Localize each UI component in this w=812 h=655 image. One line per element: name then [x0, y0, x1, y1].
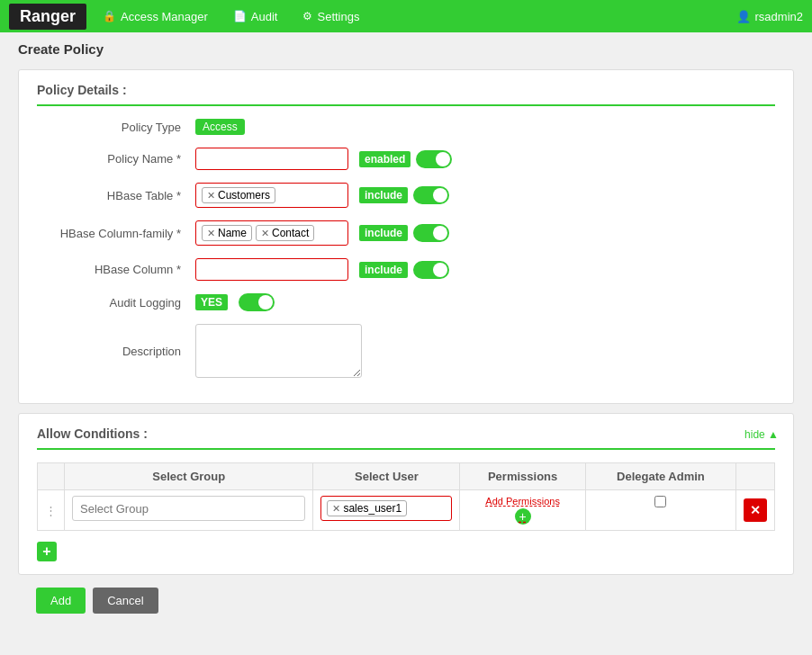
hbase-table-row: HBase Table * ✕ Customers include [37, 183, 775, 208]
col-delete [736, 463, 775, 490]
add-button[interactable]: Add [36, 588, 86, 614]
table-row: ⋮ ✕ sales_user1 [38, 490, 775, 531]
enabled-toggle-label: enabled [359, 151, 411, 167]
hbase-table-toggle[interactable] [413, 186, 449, 204]
add-permissions-label: Add Permissions [485, 496, 560, 507]
hide-button[interactable]: hide ▲ [744, 428, 779, 441]
policy-name-row: Policy Name * sales_customers_name_conta… [37, 148, 775, 170]
hbase-column-family-label: HBase Column-family * [37, 227, 181, 240]
col-permissions: Permissions [460, 463, 585, 490]
enabled-toggle-wrap: enabled [359, 150, 452, 168]
nav-settings-label: Settings [317, 10, 359, 23]
audit-icon: 📄 [233, 10, 247, 22]
nav-audit[interactable]: 📄 Audit [221, 4, 291, 29]
hbase-col-fam-remove-name[interactable]: ✕ [207, 228, 215, 239]
page-content: Create Policy Policy Details : Policy Ty… [0, 32, 812, 635]
hbase-table-tag: ✕ Customers [202, 187, 275, 203]
row-permissions-cell[interactable]: Add Permissions + [460, 490, 585, 531]
col-select-group: Select Group [65, 463, 313, 490]
policy-name-label: Policy Name * [37, 152, 181, 166]
settings-icon: ⚙ [302, 10, 312, 22]
policy-type-badge: Access [195, 119, 245, 135]
hbase-column-label: HBase Column * [37, 263, 181, 276]
delete-row-button[interactable]: ✕ [744, 498, 767, 522]
hbase-col-fam-remove-contact[interactable]: ✕ [261, 228, 269, 239]
nav-access-manager-label: Access Manager [121, 10, 208, 23]
audit-logging-toggle[interactable] [239, 293, 275, 311]
policy-type-row: Policy Type Access [37, 119, 775, 135]
user-tag: ✕ sales_user1 [327, 500, 407, 516]
nav-settings[interactable]: ⚙ Settings [290, 4, 372, 29]
hbase-col-fam-name-value: Name [218, 227, 247, 239]
col-delegate-admin: Delegate Admin [585, 463, 735, 490]
hbase-table-input[interactable]: ✕ Customers [195, 183, 348, 208]
hbase-column-family-input[interactable]: ✕ Name ✕ Contact [195, 220, 348, 246]
description-control [195, 324, 362, 378]
hbase-column-include-label: include [359, 262, 408, 278]
hbase-column-toggle-knob [433, 263, 447, 277]
hbase-col-fam-toggle[interactable] [413, 224, 449, 242]
row-user-cell[interactable]: ✕ sales_user1 [313, 490, 460, 531]
audit-logging-label: Audit Logging [37, 296, 181, 310]
row-handle: ⋮ [38, 490, 65, 531]
policy-name-control: sales_customers_name_contact enabled [195, 148, 452, 170]
hbase-column-family-tag-name: ✕ Name [202, 225, 252, 241]
audit-logging-row: Audit Logging YES [37, 293, 775, 311]
hbase-column-input[interactable]: * [195, 258, 348, 281]
delegate-admin-checkbox[interactable] [654, 496, 666, 507]
row-group-cell[interactable] [65, 490, 313, 531]
hbase-column-family-control: ✕ Name ✕ Contact include [195, 220, 449, 246]
col-select-user: Select User [313, 463, 460, 490]
cancel-button[interactable]: Cancel [93, 588, 158, 614]
brand-logo: Ranger [9, 4, 86, 30]
add-row-button[interactable]: + [37, 542, 57, 561]
policy-details-title: Policy Details : [37, 83, 775, 106]
hbase-table-toggle-wrap: include [359, 186, 449, 204]
permissions-table: Select Group Select User Permissions Del… [37, 462, 775, 531]
nav-audit-label: Audit [251, 10, 278, 23]
hbase-table-label: HBase Table * [37, 189, 181, 202]
user-info: 👤 rsadmin2 [736, 10, 803, 23]
hbase-table-control: ✕ Customers include [195, 183, 449, 208]
username-label: rsadmin2 [755, 10, 803, 23]
nav-access-manager[interactable]: 🔒 Access Manager [90, 4, 221, 29]
user-tag-value: sales_user1 [343, 502, 401, 515]
allow-conditions-title: Allow Conditions : [37, 426, 775, 450]
audit-toggle-knob [258, 295, 273, 310]
row-delete-cell[interactable]: ✕ [736, 490, 775, 531]
description-row: Description [37, 324, 775, 378]
policy-type-label: Policy Type [37, 121, 181, 134]
hbase-column-control: * include [195, 258, 449, 281]
hbase-column-toggle[interactable] [413, 261, 449, 279]
hbase-table-tag-value: Customers [218, 189, 270, 202]
policy-type-control: Access [195, 119, 245, 135]
hbase-table-toggle-knob [433, 188, 447, 202]
hbase-col-fam-toggle-knob [433, 226, 447, 240]
hbase-col-fam-toggle-wrap: include [359, 224, 449, 242]
group-input-box[interactable] [72, 496, 305, 521]
hbase-table-tag-remove[interactable]: ✕ [207, 190, 215, 202]
page-title: Create Policy [18, 41, 794, 57]
col-handle [38, 463, 65, 490]
audit-logging-value: YES [195, 294, 228, 310]
policy-name-input[interactable]: sales_customers_name_contact [195, 148, 348, 170]
add-permissions-button[interactable]: + [515, 508, 531, 525]
hbase-column-toggle-wrap: include [359, 261, 449, 279]
add-permissions-link[interactable]: Add Permissions + [467, 496, 577, 525]
user-tag-remove[interactable]: ✕ [332, 503, 340, 515]
enabled-toggle[interactable] [416, 150, 452, 168]
audit-logging-control: YES [195, 293, 275, 311]
shield-icon: 🔒 [103, 10, 116, 22]
hbase-col-fam-contact-value: Contact [272, 227, 309, 239]
description-label: Description [37, 345, 181, 358]
row-delegate-cell[interactable] [585, 490, 735, 531]
description-input[interactable] [195, 324, 362, 378]
user-icon: 👤 [736, 10, 751, 23]
policy-details-section: Policy Details : Policy Type Access Poli… [18, 69, 794, 404]
add-row-wrap: + [37, 536, 775, 561]
select-group-input[interactable] [78, 500, 299, 517]
hbase-column-family-tag-contact: ✕ Contact [256, 225, 314, 241]
user-tag-box[interactable]: ✕ sales_user1 [320, 496, 452, 521]
hbase-column-row: HBase Column * * include [37, 258, 775, 281]
bottom-bar: Add Cancel [18, 575, 794, 626]
